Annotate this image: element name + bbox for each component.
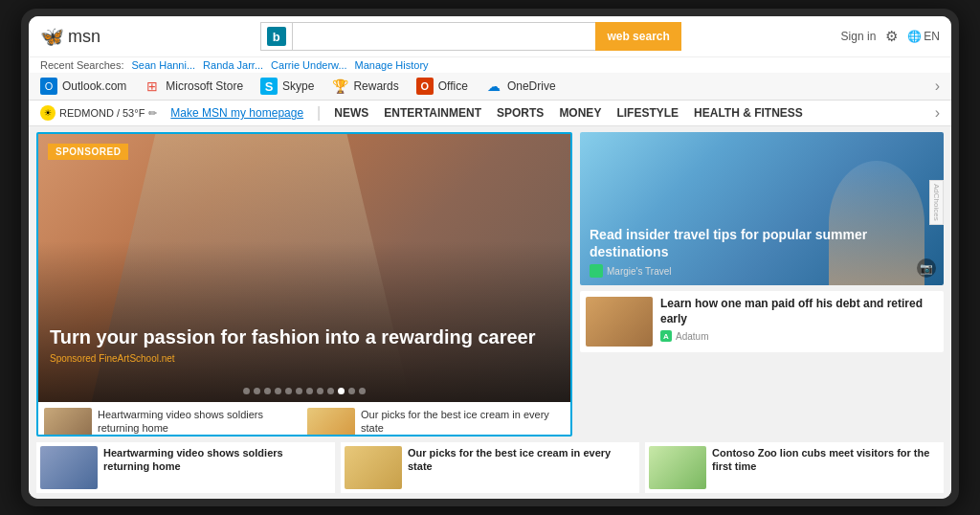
main-content: SPONSORED Turn your passion for fashion … (29, 126, 951, 442)
bottom-row: Heartwarming video shows soldiers return… (29, 442, 951, 499)
manage-history-link[interactable]: Manage History (355, 59, 429, 71)
onedrive-link[interactable]: ☁ OneDrive (485, 78, 556, 95)
teaser-text-2: Our picks for the best ice cream in ever… (361, 408, 565, 436)
hero-source: Sponsored FineArtSchool.net (50, 353, 559, 364)
bing-icon: b (267, 27, 286, 46)
search-button[interactable]: web search (595, 22, 680, 51)
travel-source-icon (590, 264, 603, 278)
dot-3[interactable] (264, 388, 271, 394)
skype-label: Skype (282, 79, 314, 93)
hero-source-name: FineArtSchool.net (99, 353, 175, 364)
msn-text: msn (68, 27, 100, 47)
lang-label: EN (924, 30, 940, 43)
quicklinks-arrow-icon[interactable]: › (935, 78, 940, 95)
store-icon: ⊞ (144, 78, 161, 95)
hero-carousel-dots (38, 388, 570, 394)
adatum-icon: A (660, 330, 672, 342)
search-container: b web search (260, 22, 681, 51)
dot-6[interactable] (296, 388, 302, 394)
dot-12[interactable] (359, 388, 366, 394)
travel-source: Margie's Travel (590, 264, 934, 278)
category-nav: ☀ REDMOND / 53°F ✏ Make MSN my homepage … (29, 101, 951, 126)
butterfly-icon: 🦋 (40, 25, 64, 48)
language-selector[interactable]: 🌐 EN (907, 30, 940, 43)
small-card-text-1: Learn how one man paid off his debt and … (660, 297, 938, 342)
hero-title: Turn your passion for fashion into a rew… (50, 325, 559, 349)
tablet-frame: 🦋 msn b web search Sign in ⚙ 🌐 EN (21, 9, 959, 506)
store-label: Microsoft Store (166, 79, 243, 93)
bottom-card-2[interactable]: Our picks for the best ice cream in ever… (341, 442, 639, 493)
dot-7[interactable] (306, 388, 313, 394)
travel-card-title: Read insider travel tips for popular sum… (590, 226, 934, 260)
edit-location-icon[interactable]: ✏ (148, 107, 157, 120)
header-right: Sign in ⚙ 🌐 EN (841, 28, 940, 45)
bottom-thumb-2 (345, 446, 402, 489)
ms-store-link[interactable]: ⊞ Microsoft Store (144, 78, 243, 95)
teaser-thumb-1 (44, 408, 92, 437)
travel-text-overlay: Read insider travel tips for popular sum… (590, 226, 934, 278)
travel-card[interactable]: Read insider travel tips for popular sum… (580, 132, 944, 285)
cat-sports[interactable]: SPORTS (497, 106, 544, 120)
cat-money[interactable]: MONEY (559, 106, 601, 120)
adchoices-label[interactable]: AdChoices (929, 180, 944, 225)
bottom-card-3[interactable]: Contoso Zoo lion cubs meet visitors for … (645, 442, 944, 493)
rewards-link[interactable]: 🏆 Rewards (331, 78, 398, 95)
travel-source-name: Margie's Travel (607, 266, 672, 277)
bottom-card-1[interactable]: Heartwarming video shows soldiers return… (36, 442, 335, 493)
small-card-title-1: Learn how one man paid off his debt and … (660, 297, 938, 326)
separator: | (317, 104, 321, 122)
dot-9[interactable] (327, 388, 334, 394)
dot-1[interactable] (243, 388, 250, 394)
recent-search-2[interactable]: Randa Jarr... (203, 59, 263, 71)
onedrive-icon: ☁ (485, 78, 502, 95)
msn-logo: 🦋 msn (40, 25, 100, 48)
small-card-1[interactable]: Learn how one man paid off his debt and … (580, 291, 944, 352)
dot-4[interactable] (275, 388, 281, 394)
search-input[interactable] (292, 22, 596, 51)
office-icon: O (416, 78, 434, 95)
dot-11[interactable] (348, 388, 355, 394)
recent-search-3[interactable]: Carrie Underw... (271, 59, 346, 71)
skype-link[interactable]: S Skype (260, 78, 314, 95)
bing-icon-area: b (260, 22, 292, 51)
teaser-2[interactable]: Our picks for the best ice cream in ever… (307, 408, 565, 437)
hero-text-block: Turn your passion for fashion into a rew… (50, 325, 559, 364)
hero-bottom-teasers: Heartwarming video shows soldiers return… (38, 402, 570, 437)
bottom-card-title-2: Our picks for the best ice cream in ever… (408, 446, 635, 474)
recent-label: Recent Searches: (40, 59, 123, 71)
travel-image: Read insider travel tips for popular sum… (580, 132, 944, 285)
skype-icon: S (260, 78, 278, 95)
hero-image: SPONSORED Turn your passion for fashion … (38, 134, 570, 402)
office-label: Office (438, 79, 468, 93)
sign-in-link[interactable]: Sign in (841, 30, 877, 43)
dot-2[interactable] (254, 388, 260, 394)
make-homepage-link[interactable]: Make MSN my homepage (170, 106, 303, 120)
globe-icon: 🌐 (907, 30, 922, 43)
dot-10-active[interactable] (338, 388, 345, 394)
catnav-arrow-icon[interactable]: › (935, 104, 940, 122)
quick-links-bar: O Outlook.com ⊞ Microsoft Store S Skype … (29, 73, 951, 101)
bottom-card-title-1: Heartwarming video shows soldiers return… (103, 446, 331, 474)
cat-entertainment[interactable]: ENTERTAINMENT (384, 106, 481, 120)
cat-lifestyle[interactable]: LIFESTYLE (616, 106, 679, 120)
settings-icon[interactable]: ⚙ (885, 28, 898, 45)
bottom-thumb-1 (40, 446, 98, 489)
dot-8[interactable] (317, 388, 323, 394)
bottom-thumb-3 (649, 446, 706, 489)
cat-news[interactable]: NEWS (334, 106, 368, 120)
dot-5[interactable] (285, 388, 292, 394)
outlook-link[interactable]: O Outlook.com (40, 78, 126, 95)
rewards-label: Rewards (353, 79, 398, 93)
office-link[interactable]: O Office (416, 78, 468, 95)
camera-icon: 📷 (917, 258, 936, 278)
header: 🦋 msn b web search Sign in ⚙ 🌐 EN (29, 16, 951, 57)
teaser-1[interactable]: Heartwarming video shows soldiers return… (44, 408, 301, 437)
teaser-thumb-2 (307, 408, 355, 437)
location-text: REDMOND / 53°F (59, 107, 145, 119)
sponsored-badge: SPONSORED (48, 144, 128, 160)
hero-section[interactable]: SPONSORED Turn your passion for fashion … (36, 132, 572, 437)
recent-search-1[interactable]: Sean Hanni... (131, 59, 195, 71)
location-sun-icon: ☀ (40, 105, 56, 121)
teaser-text-1: Heartwarming video shows soldiers return… (98, 408, 301, 436)
cat-health[interactable]: HEALTH & FITNESS (694, 106, 803, 120)
